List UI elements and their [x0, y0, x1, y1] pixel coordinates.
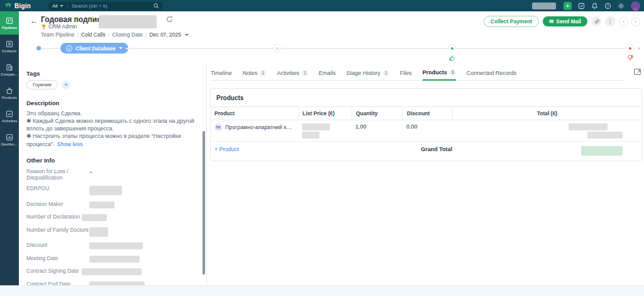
add-product-link[interactable]: + Product [211, 146, 298, 152]
add-tag-button[interactable]: + [62, 81, 70, 89]
sidebar-item-contacts[interactable]: Contacts [0, 35, 19, 58]
topbar: Bigin All + ? [0, 0, 644, 11]
tab-count-badge: 1 [260, 70, 266, 76]
sidebar-label: Pipelines [2, 26, 17, 30]
description-text: Это образец Сделка. ✱ Каждый Сделка можн… [26, 110, 197, 148]
scrollbar-thumb[interactable] [203, 131, 205, 275]
field-value-redacted [89, 255, 197, 264]
next-record-button[interactable]: › [631, 17, 640, 26]
sidebar-item-dashboards[interactable]: Dashbo... [0, 128, 19, 151]
field-row: EDRPOU [26, 185, 197, 196]
user-avatar[interactable] [631, 1, 640, 11]
thumbs-up-icon[interactable] [449, 55, 455, 61]
brand-name: Bigin [14, 3, 31, 9]
tab-products[interactable]: Products1 [423, 65, 456, 81]
search-icon[interactable] [153, 3, 159, 9]
chevron-down-icon[interactable] [185, 34, 189, 36]
grand-total-value-redacted [452, 146, 641, 156]
products-card: Products Product List Price (€) Quantity… [210, 88, 642, 161]
sidebar-item-products[interactable]: Products [0, 81, 19, 105]
description-heading: Description [26, 100, 197, 106]
open-in-window-icon[interactable] [633, 67, 641, 75]
pipeline-value: Cold Calls [81, 31, 106, 38]
quick-add-button[interactable]: + [564, 2, 572, 10]
sidebar-label: Activities [2, 119, 18, 123]
window-bottom-edge [0, 285, 644, 296]
detail-side-panel: Tags Горячие + Description Это образец С… [19, 63, 206, 285]
closing-date-value[interactable]: Dec 07, 2025 [149, 31, 181, 38]
notifications-bell-icon[interactable] [591, 3, 598, 9]
tags-row: Горячие + [26, 80, 197, 89]
tasks-icon[interactable] [578, 3, 585, 9]
app-root: Bigin All + ? [0, 0, 644, 296]
collect-payment-button[interactable]: Collect Payment [484, 16, 539, 27]
previous-record-button[interactable]: ‹ [619, 17, 628, 26]
field-value: – [89, 168, 197, 181]
grand-total-label: Grand Total [402, 146, 452, 152]
field-row: Decision Maker [26, 201, 197, 210]
products-heading: Products [211, 89, 641, 106]
tab-stage-history[interactable]: Stage History1 [347, 65, 389, 81]
field-value-redacted [89, 201, 197, 210]
stage-check-icon: ✓ [66, 45, 72, 52]
stage-track: ✓ Client Database [19, 43, 644, 62]
header-actions: Collect Payment ✉ Send Mail ⋮ ‹ › [484, 16, 640, 27]
search-scope-dropdown[interactable]: All [52, 3, 68, 9]
field-label: Discount [26, 242, 89, 251]
brand[interactable]: Bigin [0, 2, 31, 9]
tab-emails[interactable]: Emails [319, 65, 336, 81]
contacts-icon [6, 40, 13, 48]
tab-count-badge: 1 [383, 70, 389, 76]
svg-text:?: ? [607, 4, 609, 8]
field-label: EDRPOU [26, 185, 89, 196]
field-row: Contract End Date [26, 281, 197, 285]
search-scope-label: All [52, 3, 58, 9]
tags-heading: Tags [26, 70, 197, 77]
col-quantity: Quantity [352, 107, 402, 120]
stage-milestone[interactable] [273, 44, 281, 52]
separator: : [145, 31, 147, 38]
stage-start-dot [36, 46, 41, 50]
field-row: Number of Declaration [26, 213, 197, 222]
settings-gear-icon[interactable] [618, 3, 625, 9]
field-label: Number of Declaration [26, 213, 89, 222]
products-table-footer: + Product Grand Total [211, 142, 641, 161]
product-name-link[interactable]: Програмно-апаратний комплекс ... [225, 124, 294, 130]
current-stage-label: Client Database [75, 45, 116, 52]
sidebar-item-companies[interactable]: Compan... [0, 58, 19, 81]
tab-connected-records[interactable]: Connected Records [467, 65, 517, 81]
show-less-link[interactable]: Show less [57, 141, 82, 147]
send-mail-button[interactable]: ✉ Send Mail [543, 16, 587, 26]
current-stage-pill[interactable]: ✓ Client Database [60, 43, 128, 54]
related-tabs: Timeline Notes1 Activities1 Emails Stage… [211, 65, 625, 81]
help-icon[interactable]: ? [604, 3, 611, 9]
tab-timeline[interactable]: Timeline [211, 65, 232, 81]
refresh-icon[interactable] [165, 14, 174, 23]
thumbs-down-icon[interactable] [627, 55, 633, 61]
product-avatar: пк [214, 123, 222, 131]
more-options-button[interactable]: ⋮ [605, 16, 615, 26]
tag-chip[interactable]: Горячие [26, 80, 58, 89]
sidebar-item-pipelines[interactable]: Pipelines [0, 11, 19, 35]
activities-check-icon [6, 110, 13, 118]
tab-files[interactable]: Files [400, 65, 412, 81]
left-nav-rail: Pipelines Contacts Compan... Products Ac… [0, 11, 19, 285]
sidebar-label: Products [2, 96, 17, 100]
search-input[interactable] [68, 3, 153, 9]
global-search: All [48, 2, 163, 10]
field-label: Meeting Date [26, 255, 89, 264]
stage-lost-dot[interactable] [626, 44, 634, 52]
sidebar-item-activities[interactable]: Activities [0, 105, 19, 128]
other-info-fields: Reason for Loss / Disqualification – EDR… [26, 168, 197, 285]
col-list-price: List Price (€) [298, 107, 352, 120]
description-line: Это образец Сделка. [26, 110, 197, 117]
stage-won-dot[interactable] [448, 44, 456, 52]
field-value-redacted [89, 227, 197, 238]
pipelines-icon [6, 17, 13, 25]
back-arrow-icon[interactable]: ← [30, 16, 38, 25]
attachment-paperclip-button[interactable] [591, 16, 601, 26]
separator: : [77, 31, 78, 38]
tab-activities[interactable]: Activities1 [277, 65, 308, 81]
product-cell: пк Програмно-апаратний комплекс ... [211, 123, 298, 131]
tab-notes[interactable]: Notes1 [243, 65, 267, 81]
